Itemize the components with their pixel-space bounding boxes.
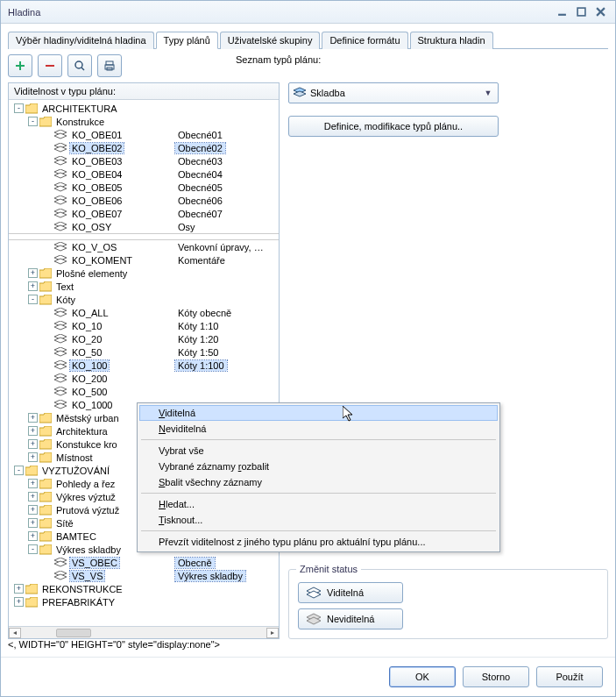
tree-folder[interactable]: +PREFABRIKÁTY — [9, 595, 279, 608]
row-label: Konstukce kro — [54, 439, 119, 450]
expander[interactable]: + — [14, 597, 24, 607]
tree-folder[interactable]: -Kóty — [9, 293, 279, 306]
expander[interactable]: + — [28, 439, 38, 449]
tree-folder[interactable]: +Text — [9, 280, 279, 293]
row-desc: Obecné05 — [175, 182, 225, 193]
expander[interactable]: + — [28, 268, 38, 278]
row-label: Prutová výztuž — [54, 505, 121, 516]
svg-marker-37 — [54, 338, 67, 343]
tree-layer[interactable]: KO_OBE02Obecné02 — [9, 141, 279, 154]
tab-4[interactable]: Struktura hladin — [410, 32, 493, 49]
tab-3[interactable]: Definice formátu — [322, 32, 407, 49]
svg-marker-53 — [294, 91, 306, 96]
expander[interactable]: + — [28, 531, 38, 541]
row-label: KO_100 — [70, 360, 109, 371]
tab-2[interactable]: Uživatelské skupiny — [220, 32, 321, 49]
visible-layer-icon — [306, 587, 322, 599]
menu-item[interactable]: Viditelná — [139, 405, 498, 421]
menu-item[interactable]: Neviditelná — [139, 421, 498, 437]
row-label: Text — [54, 281, 75, 292]
row-label: KO_OBE04 — [70, 169, 124, 180]
menu-item[interactable]: Tisknout... — [139, 512, 498, 528]
tree-folder[interactable]: +Plošné elementy — [9, 267, 279, 280]
svg-marker-29 — [54, 245, 67, 251]
tree-layer[interactable]: KO_OBE04Obecné04 — [9, 167, 279, 181]
svg-marker-43 — [54, 377, 67, 382]
minimize-button[interactable] — [554, 5, 570, 19]
horizontal-scrollbar[interactable]: ◂▸ — [9, 626, 279, 638]
tree-layer[interactable]: KO_KOMENTKomentáře — [9, 253, 279, 267]
menu-item[interactable]: Hledat... — [139, 496, 498, 512]
plan-type-combo[interactable]: Skladba ▼ — [288, 82, 499, 103]
row-desc: Obecné01 — [175, 130, 225, 140]
tree-layer[interactable]: KO_OBE07Obecné07 — [9, 207, 279, 220]
row-label: KO_50 — [70, 347, 103, 358]
tree-layer[interactable]: VS_OBECObecně — [9, 556, 279, 569]
expander[interactable]: + — [28, 452, 38, 462]
tab-0[interactable]: Výběr hladiny/viditelná hladina — [8, 32, 154, 49]
visible-button[interactable]: Viditelná — [298, 582, 403, 603]
print-button[interactable] — [97, 54, 122, 77]
expander[interactable]: - — [28, 295, 38, 304]
tree-layer[interactable]: VS_VSVýkres skladby — [9, 569, 279, 582]
tree-layer[interactable]: KO_OBE06Obecné06 — [9, 194, 279, 207]
row-label: KO_OBE06 — [70, 196, 124, 206]
row-label: KO_V_OS — [70, 242, 118, 252]
expander[interactable]: - — [14, 103, 24, 113]
define-plan-types-button[interactable]: Definice, modifikace typů plánu.. — [288, 116, 499, 137]
row-label: KO_OBE05 — [70, 182, 124, 193]
tree-folder[interactable]: -Konstrukce — [9, 115, 279, 128]
expander[interactable]: + — [28, 518, 38, 528]
expander[interactable]: + — [28, 426, 38, 436]
tree-layer[interactable]: KO_V_OSVenkovní úpravy, … — [9, 240, 279, 253]
tree-layer[interactable]: KO_OBE03Obecné03 — [9, 154, 279, 167]
expander[interactable]: + — [28, 413, 38, 423]
tree-layer[interactable]: KO_OBE05Obecné05 — [9, 181, 279, 194]
row-label: Architektura — [54, 426, 110, 437]
maximize-button[interactable] — [573, 5, 589, 19]
row-label: VS_OBEC — [70, 558, 119, 568]
tree-folder[interactable]: -ARCHITEKTURA — [9, 102, 279, 115]
tree-layer[interactable]: KO_10Kóty 1:10 — [9, 319, 279, 332]
tree-layer[interactable]: KO_ALLKóty obecně — [9, 306, 279, 319]
expander[interactable]: + — [28, 479, 38, 488]
row-desc: Obecně — [175, 558, 215, 568]
ok-button[interactable]: OK — [389, 666, 456, 687]
expander[interactable]: + — [28, 505, 38, 515]
row-label: Sítě — [54, 518, 75, 529]
search-button[interactable] — [67, 54, 92, 77]
apply-button[interactable]: Použít — [536, 666, 603, 687]
tree-layer[interactable]: KO_OSYOsy — [9, 220, 279, 233]
tree-folder[interactable]: +REKONSTRUKCE — [9, 582, 279, 595]
row-label: KO_10 — [70, 321, 103, 331]
row-desc: Obecné04 — [175, 169, 225, 180]
expander[interactable]: - — [14, 466, 24, 475]
row-label: Místnost — [54, 452, 95, 463]
cancel-button[interactable]: Storno — [463, 666, 529, 687]
add-button[interactable] — [8, 54, 32, 77]
close-button[interactable] — [592, 5, 608, 19]
tree-layer[interactable]: KO_500 — [9, 385, 279, 398]
row-label: Plošné elementy — [54, 268, 129, 279]
menu-item[interactable]: Převzít viditelnost z jiného typu plánu … — [139, 534, 498, 550]
expander[interactable]: + — [14, 584, 24, 594]
expander[interactable]: + — [28, 281, 38, 291]
menu-item[interactable]: Sbalit všechny záznamy — [139, 474, 498, 490]
right-panel: Skladba ▼ Definice, modifikace typů plán… — [288, 82, 608, 639]
combo-value: Skladba — [310, 88, 345, 98]
tree-layer[interactable]: KO_20Kóty 1:20 — [9, 332, 279, 345]
tree-layer[interactable]: KO_100Kóty 1:100 — [9, 359, 279, 372]
expander[interactable]: - — [28, 544, 38, 554]
expander[interactable]: + — [28, 492, 38, 501]
row-label: PREFABRIKÁTY — [40, 597, 117, 608]
expander[interactable]: - — [28, 117, 38, 126]
svg-marker-15 — [54, 146, 67, 152]
menu-item[interactable]: Vybrat vše — [139, 443, 498, 459]
tree-layer[interactable]: KO_50Kóty 1:50 — [9, 345, 279, 359]
tree-layer[interactable]: KO_200 — [9, 372, 279, 385]
tree-layer[interactable]: KO_OBE01Obecné01 — [9, 128, 279, 141]
invisible-button[interactable]: Neviditelná — [298, 608, 403, 629]
tab-1[interactable]: Typy plánů — [156, 32, 218, 49]
remove-button[interactable] — [38, 54, 62, 77]
menu-item[interactable]: Vybrané záznamy rozbalit — [139, 459, 498, 474]
